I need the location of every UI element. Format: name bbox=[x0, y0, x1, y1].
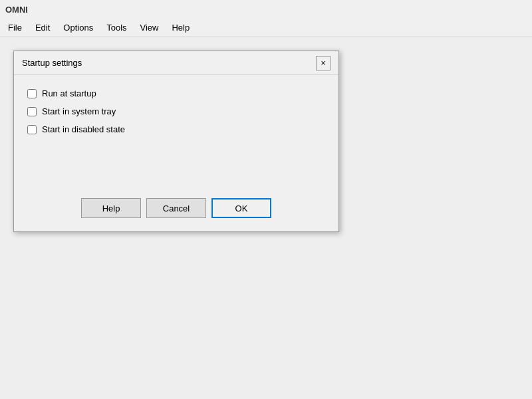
dialog-title: Startup settings bbox=[22, 58, 82, 68]
start-in-system-tray-label: Start in system tray bbox=[42, 106, 116, 116]
run-at-startup-checkbox[interactable] bbox=[27, 89, 37, 98]
run-at-startup-label: Run at startup bbox=[42, 88, 96, 98]
menu-bar: File Edit Options Tools View Help bbox=[0, 19, 532, 37]
main-area: Startup settings × Run at startup Start … bbox=[0, 37, 532, 399]
menu-options[interactable]: Options bbox=[58, 21, 98, 34]
window-chrome: OMNI bbox=[0, 0, 532, 19]
menu-edit[interactable]: Edit bbox=[30, 21, 55, 34]
menu-help[interactable]: Help bbox=[166, 21, 195, 34]
ok-button[interactable]: OK bbox=[211, 198, 271, 218]
start-in-disabled-state-row[interactable]: Start in disabled state bbox=[27, 124, 325, 134]
dialog-overlay: Startup settings × Run at startup Start … bbox=[0, 37, 532, 399]
menu-file[interactable]: File bbox=[3, 21, 27, 34]
menu-tools[interactable]: Tools bbox=[101, 21, 132, 34]
start-in-disabled-state-label: Start in disabled state bbox=[42, 124, 125, 134]
menu-view[interactable]: View bbox=[135, 21, 164, 34]
dialog-title-bar: Startup settings × bbox=[14, 51, 338, 75]
dialog-content: Run at startup Start in system tray Star… bbox=[14, 75, 338, 193]
run-at-startup-row[interactable]: Run at startup bbox=[27, 88, 325, 98]
dialog-buttons: Help Cancel OK bbox=[14, 193, 338, 231]
window-title: OMNI bbox=[5, 5, 28, 15]
dialog-spacer bbox=[27, 142, 325, 182]
start-in-system-tray-row[interactable]: Start in system tray bbox=[27, 106, 325, 116]
start-in-system-tray-checkbox[interactable] bbox=[27, 107, 37, 116]
startup-settings-dialog: Startup settings × Run at startup Start … bbox=[13, 51, 339, 232]
cancel-button[interactable]: Cancel bbox=[146, 198, 206, 218]
dialog-close-button[interactable]: × bbox=[316, 56, 331, 70]
help-button[interactable]: Help bbox=[81, 198, 141, 218]
start-in-disabled-state-checkbox[interactable] bbox=[27, 125, 37, 134]
